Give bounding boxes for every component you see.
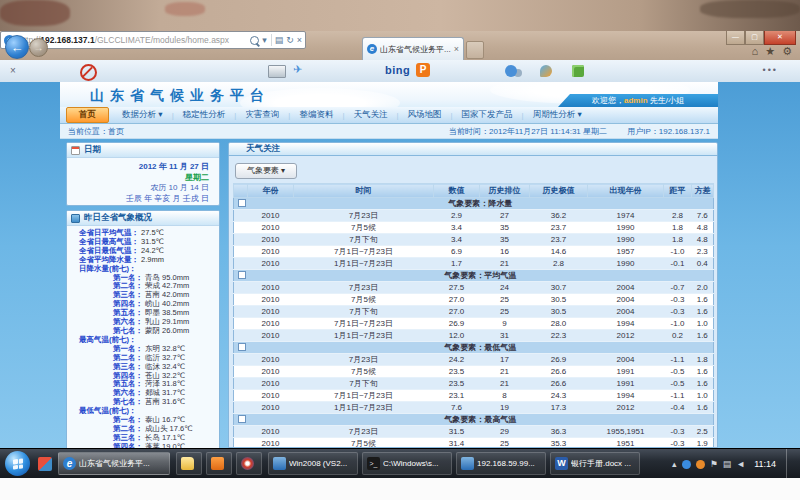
plugin-p-icon[interactable]: P <box>416 63 430 77</box>
taskbar-button-C:\Windows\s...[interactable]: >_C:\Windows\s... <box>362 452 452 475</box>
table-row[interactable]: 20107月1日~7月23日26.9928.01994-1.01.0 <box>234 318 714 330</box>
table-row[interactable]: 20107月下旬27.02530.52004-0.31.6 <box>234 306 714 318</box>
table-row[interactable]: 20107月5候27.02530.52004-0.31.6 <box>234 294 714 306</box>
volume-icon[interactable]: ◄ <box>736 459 745 469</box>
taskbar-button-192.168.59.99...[interactable]: 192.168.59.99... <box>456 452 546 475</box>
table-row[interactable]: 20107月5候23.52126.61991-0.51.6 <box>234 366 714 378</box>
table-cell: 1.8 <box>692 354 714 366</box>
action-center-flag-icon[interactable]: ⚑ <box>710 459 718 469</box>
table-row[interactable]: 20101月1日~7月23日1.7212.81990-0.10.4 <box>234 258 714 270</box>
show-desktop-button[interactable] <box>786 449 794 479</box>
tools-gear-icon[interactable]: ⚙ <box>782 44 792 58</box>
table-cell: 7月下旬 <box>294 378 434 390</box>
back-button[interactable]: ← <box>5 35 29 59</box>
bing-logo[interactable]: bing <box>385 64 410 76</box>
section-expand-cell[interactable] <box>234 342 248 354</box>
table-cell: 36.3 <box>530 426 588 438</box>
table-section-row[interactable]: 气象要素：平均气温 <box>234 270 714 282</box>
expander-icon[interactable] <box>238 343 246 351</box>
table-row[interactable]: 20107月5候3.43523.719901.84.8 <box>234 222 714 234</box>
tray-app-icon[interactable] <box>696 460 705 469</box>
row-expand-cell <box>234 378 248 390</box>
bird-plugin-icon[interactable] <box>540 65 552 77</box>
maximize-button[interactable]: ▢ <box>745 31 764 45</box>
expander-icon[interactable] <box>238 271 246 279</box>
more-dots-icon[interactable]: ••• <box>763 65 778 75</box>
nav-item-6[interactable]: 风场地图 <box>399 109 451 121</box>
nav-item-1[interactable]: 数据分析 ▾ <box>113 109 172 121</box>
taskbar-button-media-app[interactable] <box>236 452 262 475</box>
table-cell: 1990 <box>588 258 664 270</box>
table-row[interactable]: 20101月1日~7月23日12.03122.320120.21.6 <box>234 330 714 342</box>
toolbar-close-icon[interactable]: × <box>10 65 16 76</box>
section-expand-cell[interactable] <box>234 414 248 426</box>
section-expand-cell[interactable] <box>234 270 248 282</box>
circles-plugin-icon[interactable] <box>505 65 517 77</box>
table-section-row[interactable]: 气象要素：降水量 <box>234 198 714 210</box>
new-tab-button[interactable] <box>466 41 484 59</box>
taskbar-clock[interactable]: 11:14 <box>754 459 776 469</box>
table-row[interactable]: 20107月23日27.52430.72004-0.72.0 <box>234 282 714 294</box>
table-section-row[interactable]: 气象要素：最高气温 <box>234 414 714 426</box>
table-cell: 2004 <box>588 282 664 294</box>
start-button[interactable] <box>5 451 30 476</box>
minimize-button[interactable]: — <box>726 31 745 45</box>
pinned-app-icon[interactable] <box>38 457 52 471</box>
table-cell: 27.0 <box>434 294 480 306</box>
table-row[interactable]: 20107月下旬3.43523.719901.84.8 <box>234 234 714 246</box>
table-cell: 2.5 <box>692 426 714 438</box>
nav-item-2[interactable]: 稳定性分析 <box>174 109 235 121</box>
table-row[interactable]: 20107月下旬23.52126.61991-0.51.6 <box>234 378 714 390</box>
expander-icon[interactable] <box>238 415 246 423</box>
favorites-icon[interactable]: ★ <box>765 44 775 58</box>
search-dropdown-icon[interactable]: ▾ <box>262 35 267 45</box>
puzzle-plugin-icon[interactable] <box>572 65 584 77</box>
nav-item-0[interactable]: 首页 <box>66 107 109 123</box>
table-row[interactable]: 20107月1日~7月23日23.1824.31994-1.11.0 <box>234 390 714 402</box>
refresh-icon[interactable]: ↻ <box>286 35 294 45</box>
taskbar-button-orange-app[interactable] <box>206 452 232 475</box>
browser-tab[interactable]: e 山东省气候业务平... × <box>362 37 464 60</box>
table-cell: 7月23日 <box>294 282 434 294</box>
nav-item-4[interactable]: 整编资料 <box>290 109 342 121</box>
table-row[interactable]: 20107月5候31.42535.31951-0.31.9 <box>234 438 714 449</box>
stat-label: 全省日最高气温： <box>79 237 139 246</box>
nav-item-5[interactable]: 天气关注 <box>344 109 396 121</box>
section-expand-cell[interactable] <box>234 198 248 210</box>
nav-item-7[interactable]: 国家下发产品 <box>453 109 522 121</box>
stop-icon[interactable]: × <box>297 35 302 45</box>
table-row[interactable]: 20101月1日~7月23日7.61917.32012-0.41.6 <box>234 402 714 414</box>
compatibility-view-icon[interactable]: ▤ <box>275 35 284 45</box>
section-title: 气象要素：降水量 <box>248 198 714 210</box>
nav-item-3[interactable]: 灾害查询 <box>236 109 288 121</box>
taskbar-button-银行手册.docx ...[interactable]: W银行手册.docx ... <box>550 452 640 475</box>
snapshot-icon[interactable] <box>268 65 286 78</box>
tray-expand-icon[interactable]: ▴ <box>672 459 677 469</box>
network-icon[interactable]: ▤ <box>723 459 732 469</box>
home-icon[interactable]: ⌂ <box>752 44 759 58</box>
table-cell: 25 <box>480 438 530 449</box>
weather-element-filter-button[interactable]: 气象要素 ▾ <box>235 163 297 179</box>
tab-close-icon[interactable]: × <box>454 44 459 54</box>
table-row[interactable]: 20107月23日2.92736.219742.87.6 <box>234 210 714 222</box>
send-plane-icon[interactable]: ✈ <box>293 63 302 76</box>
blocked-icon[interactable] <box>80 64 97 81</box>
table-header-6: 距平 <box>664 184 692 198</box>
expander-icon[interactable] <box>238 199 246 207</box>
taskbar-button-folder[interactable] <box>176 452 202 475</box>
table-row[interactable]: 20107月1日~7月23日6.91614.61957-1.02.3 <box>234 246 714 258</box>
taskbar-button-山东省气候业务平...[interactable]: e山东省气候业务平... <box>58 452 170 475</box>
table-cell: 1955,1951 <box>588 426 664 438</box>
table-cell: 21 <box>480 378 530 390</box>
table-row[interactable]: 20107月23日24.21726.92004-1.11.8 <box>234 354 714 366</box>
table-row[interactable]: 20107月23日31.52936.31955,1951-0.32.5 <box>234 426 714 438</box>
stat-value: 2.9mm <box>141 255 164 264</box>
nav-item-8[interactable]: 周期性分析 ▾ <box>524 109 591 121</box>
table-cell: 2010 <box>248 378 294 390</box>
forward-button[interactable]: → <box>29 38 48 57</box>
taskbar-button-Win2008 (VS2...[interactable]: Win2008 (VS2... <box>268 452 358 475</box>
search-icon[interactable] <box>250 36 259 45</box>
tray-app-icon[interactable] <box>682 460 691 469</box>
close-button[interactable]: ✕ <box>764 31 796 45</box>
table-section-row[interactable]: 气象要素：最低气温 <box>234 342 714 354</box>
